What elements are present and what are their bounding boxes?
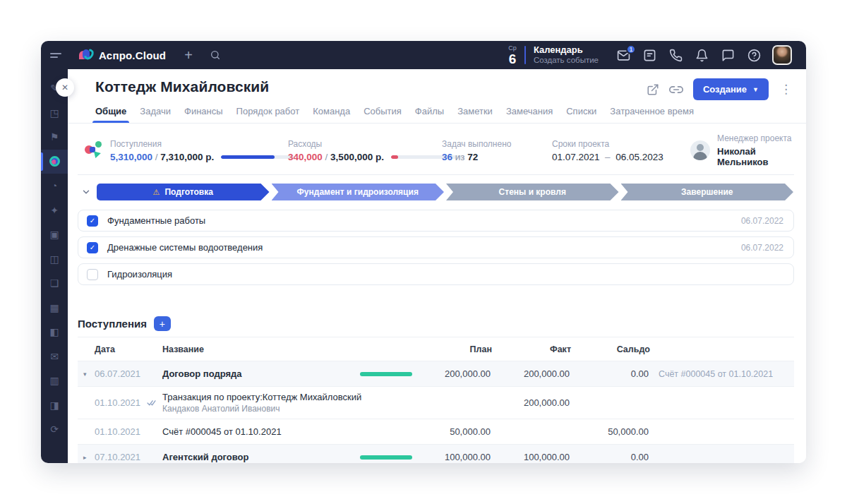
stage-podgotovka[interactable]: ⚠ Подготовка xyxy=(97,184,270,200)
warning-icon: ⚠ xyxy=(153,188,160,197)
checklist-label: Фундаментные работы xyxy=(107,215,205,226)
row-title[interactable]: Счёт #000045 от 01.10.2021 xyxy=(162,426,421,437)
checklist-label: Гидроизоляция xyxy=(107,269,172,280)
tasks-done: 36 xyxy=(442,152,452,162)
row-title[interactable]: Транзакция по проекту:Коттедж Михайловск… xyxy=(162,392,421,402)
stat-tasks: Задач выполнено 36 из 72 xyxy=(442,139,552,162)
table-row[interactable]: ▾ 06.07.2021 Договор подряда 200,000.00 … xyxy=(78,361,794,387)
checklist-item[interactable]: Гидроизоляция xyxy=(78,263,794,285)
row-date: 06.07.2021 xyxy=(95,368,147,379)
phone-icon[interactable] xyxy=(669,49,683,62)
chat-icon[interactable] xyxy=(721,49,735,62)
sidebar: ✎ ◳ ⚑ ◔ ✦ ▣ ◫ ❏ ▦ ◧ ✉ ▥ ◨ ⟳ xyxy=(41,69,68,463)
mail-icon[interactable]: 1 xyxy=(617,49,630,62)
add-receipt-button[interactable]: + xyxy=(154,316,171,331)
copy-link-icon[interactable] xyxy=(669,83,683,97)
tab-sobytiya[interactable]: События xyxy=(364,106,402,123)
active-module-icon xyxy=(49,156,60,167)
bell-icon[interactable] xyxy=(695,49,709,62)
help-icon[interactable] xyxy=(747,49,761,62)
tab-faily[interactable]: Файлы xyxy=(415,106,444,123)
user-avatar[interactable] xyxy=(772,45,792,65)
income-label: Поступления xyxy=(110,139,294,149)
sidebar-icon-5[interactable]: ◔ xyxy=(41,174,68,198)
tab-spiski[interactable]: Списки xyxy=(566,106,596,123)
row-date: 01.10.2021 xyxy=(95,397,147,408)
sidebar-icon-14[interactable]: ◨ xyxy=(41,393,68,418)
close-icon[interactable]: ✕ xyxy=(56,78,74,97)
checkbox-unchecked[interactable] xyxy=(87,269,98,280)
row-note[interactable]: Счёт #000045 от 01.10.2021 xyxy=(650,369,794,379)
table-row[interactable]: 01.10.2021 Транзакция по проекту:Коттедж… xyxy=(78,387,794,419)
sidebar-icon-13[interactable]: ▥ xyxy=(41,368,68,393)
row-saldo: 0.00 xyxy=(571,452,650,462)
create-button-label: Создание xyxy=(703,84,747,95)
tab-finansy[interactable]: Финансы xyxy=(184,106,223,123)
table-row[interactable]: ▸ 07.10.2021 Агентский договор 100,000.0… xyxy=(78,445,794,463)
stat-expenses: Расходы 340,000 / 3,500,000 р. xyxy=(288,139,442,162)
create-button[interactable]: Создание ▼ xyxy=(693,78,769,100)
table-row[interactable]: 01.10.2021 Счёт #000045 от 01.10.2021 50… xyxy=(78,419,794,445)
checkbox-checked[interactable]: ✓ xyxy=(87,215,98,227)
sidebar-icon-15[interactable]: ⟳ xyxy=(41,417,68,442)
notes-icon[interactable] xyxy=(643,49,656,62)
manager-name[interactable]: Николай Мельников xyxy=(717,146,793,167)
expand-caret-icon[interactable]: ▸ xyxy=(83,454,95,461)
project-stats: Поступления 5,310,000 / 7,310,000 р. Рас… xyxy=(68,124,806,174)
checkbox-checked[interactable]: ✓ xyxy=(87,242,98,253)
external-link-icon[interactable] xyxy=(647,83,659,96)
date-start: 01.07.2021 xyxy=(552,152,600,162)
row-plan: 200,000.00 xyxy=(421,368,492,379)
hamburger-menu-icon[interactable] xyxy=(50,51,61,60)
tasks-total: 72 xyxy=(467,152,478,162)
tab-zadachi[interactable]: Задачи xyxy=(140,106,171,123)
stage-steny-krovlya[interactable]: Стены и кровля xyxy=(446,184,619,200)
app-logo[interactable]: Аспро.Cloud xyxy=(79,49,166,61)
search-icon[interactable] xyxy=(210,49,221,61)
sidebar-icon-10[interactable]: ▦ xyxy=(41,296,68,320)
sidebar-icon-2[interactable]: ◳ xyxy=(41,101,68,126)
stage-label: Фундамент и гидроизоляция xyxy=(297,187,419,197)
row-progress-bar xyxy=(360,455,412,460)
checklist-item[interactable]: ✓ Дренажные системы водоотведения 06.07.… xyxy=(78,236,794,258)
expenses-value: 340,000 xyxy=(288,152,323,162)
date-widget[interactable]: Ср 6 xyxy=(508,45,517,66)
tab-zatrachennoe-vremya[interactable]: Затраченное время xyxy=(610,106,694,123)
checklist-date: 06.07.2022 xyxy=(741,216,783,226)
sidebar-icon-11[interactable]: ◧ xyxy=(41,320,68,344)
expenses-total: 3,500,000 р. xyxy=(330,152,384,162)
dates-label: Сроки проекта xyxy=(552,139,663,149)
table-header: Дата Название План Факт Сальдо xyxy=(78,337,794,361)
col-name: Название xyxy=(162,344,421,354)
row-fact: 200,000.00 xyxy=(492,368,571,379)
tab-zametki[interactable]: Заметки xyxy=(457,106,493,123)
checklist-item[interactable]: ✓ Фундаментные работы 06.07.2022 xyxy=(78,210,794,232)
main-panel: Коттедж Михайловский Создание ▼ ⋮ xyxy=(68,69,806,463)
stage-fundament[interactable]: Фундамент и гидроизоляция xyxy=(272,184,445,200)
calendar-shortcut[interactable]: Календарь Создать событие xyxy=(534,44,599,65)
expand-caret-icon[interactable]: ▾ xyxy=(83,371,95,378)
sidebar-icon-12[interactable]: ✉ xyxy=(41,344,68,369)
row-date: 01.10.2021 xyxy=(95,426,147,437)
tab-zamechaniya[interactable]: Замечания xyxy=(506,106,553,123)
tab-poryadok-rabot[interactable]: Порядок работ xyxy=(236,106,300,123)
row-saldo: 0.00 xyxy=(571,368,650,379)
manager-avatar[interactable] xyxy=(690,140,710,160)
page-title: Коттедж Михайловский xyxy=(95,78,269,95)
income-chart-icon xyxy=(85,139,103,159)
sidebar-icon-9[interactable]: ❏ xyxy=(41,271,68,296)
quick-add-icon[interactable]: + xyxy=(184,48,193,62)
topbar-icons: 1 xyxy=(617,49,761,62)
sidebar-icon-8[interactable]: ◫ xyxy=(41,247,68,272)
collapse-chevron-icon[interactable] xyxy=(81,187,91,197)
stage-zavershenie[interactable]: Завершение xyxy=(621,184,794,200)
sidebar-icon-3[interactable]: ⚑ xyxy=(41,125,68,150)
sidebar-icon-6[interactable]: ✦ xyxy=(41,198,68,223)
sidebar-icon-projects-active[interactable] xyxy=(41,150,68,174)
sidebar-icon-7[interactable]: ▣ xyxy=(41,222,68,247)
tab-obschie[interactable]: Общие xyxy=(95,106,126,123)
tab-komanda[interactable]: Команда xyxy=(313,106,350,123)
tasks-label: Задач выполнено xyxy=(442,139,511,149)
tab-bar: Общие Задачи Финансы Порядок работ Коман… xyxy=(68,100,806,124)
more-options-icon[interactable]: ⋮ xyxy=(779,82,793,97)
